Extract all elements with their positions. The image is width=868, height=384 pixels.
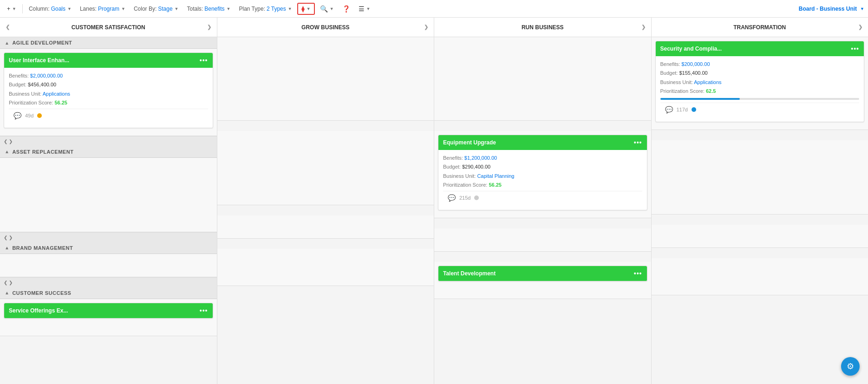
card-service-offerings-title: Service Offerings Ex...	[9, 307, 68, 314]
cs-cell-1: Service Offerings Ex... •••	[0, 299, 217, 336]
card-user-interface: User Interface Enhan... ••• Benefits: $2…	[4, 52, 213, 128]
card-equipment-body: Benefits: $1,200,000.00 Budget: $290,400…	[438, 150, 647, 210]
card-footer-equipment: 💬 215d	[443, 191, 642, 205]
menu-button[interactable]: ☰ ▼	[355, 3, 374, 14]
swimlane-asset-title: ASSET REPLACEMENT	[12, 149, 73, 155]
agile-cell-4: Security and Complia... ••• Benefits: $2…	[652, 37, 868, 130]
toolbar: + ▼ Column: Goals ▼ Lanes: Program ▼ Col…	[0, 0, 868, 18]
card-equipment-title: Equipment Upgrade	[443, 139, 496, 146]
column-header-run: ❮ RUN BUSINESS ❯	[434, 18, 651, 37]
card-dot-grey	[474, 195, 479, 200]
asset-handle-row-1: ❮ ❯	[0, 232, 217, 242]
comment-icon-equipment: 💬	[448, 194, 456, 202]
card-budget-row: Budget: $456,400.00	[9, 81, 208, 88]
column-grow-business: ❮ GROW BUSINESS ❯	[217, 18, 435, 384]
plantype-chevron-icon: ▼	[288, 7, 292, 11]
toggle-brand-icon: ▲	[5, 245, 9, 250]
card-score-row: Prioritization Score: 56.25	[9, 99, 208, 106]
fab-button[interactable]: ⚙	[841, 357, 860, 376]
swimlane-cs-header-1: ▲ CUSTOMER SUCCESS	[0, 287, 217, 299]
col-collapse-right-2[interactable]: ❯	[424, 24, 428, 30]
card-talent-title: Talent Development	[443, 270, 496, 277]
column-title-4: TRANSFORMATION	[661, 24, 859, 31]
board-chevron-icon: ▼	[860, 7, 864, 11]
search-icon: 🔍	[320, 5, 328, 13]
agile-cell-1: User Interface Enhan... ••• Benefits: $2…	[0, 49, 217, 136]
card-user-interface-title: User Interface Enhan...	[9, 57, 69, 64]
cs-cell-3: Talent Development •••	[434, 262, 651, 299]
filter-button[interactable]: ⧫ ▼	[297, 3, 315, 15]
asset-cell-3: Equipment Upgrade ••• Benefits: $1,200,0…	[434, 131, 651, 218]
totals-selector[interactable]: Totals: Benefits ▼	[184, 4, 234, 14]
card-footer-security: 💬 117d	[660, 103, 860, 117]
column-title-3: RUN BUSINESS	[444, 24, 641, 31]
card-footer-1: 💬 49d	[9, 109, 208, 123]
brand-cell-4	[652, 225, 868, 248]
cs-cell-4	[652, 258, 868, 295]
filter-icon: ⧫	[301, 5, 305, 13]
add-button[interactable]: + ▼	[4, 4, 20, 14]
brand-cell-2	[217, 215, 434, 239]
help-icon: ❓	[342, 5, 350, 13]
column-body-4: Security and Complia... ••• Benefits: $2…	[652, 37, 868, 384]
asset-cell-1	[0, 158, 217, 232]
progress-bar-fill	[660, 98, 740, 100]
brand-handle-left-1[interactable]: ❮ ❯	[0, 278, 16, 287]
card-user-interface-menu[interactable]: •••	[200, 57, 208, 64]
colorby-chevron-icon: ▼	[175, 7, 179, 11]
lanes-selector[interactable]: Lanes: Program ▼	[77, 4, 129, 14]
swimlane-brand-toggle-1[interactable]: ▲ BRAND MANAGEMENT	[0, 242, 217, 254]
swimlane-brand-title: BRAND MANAGEMENT	[12, 245, 73, 251]
hamburger-icon: ☰	[359, 5, 365, 13]
card-security-menu[interactable]: •••	[851, 45, 859, 52]
help-button[interactable]: ❓	[339, 3, 353, 14]
column-body-2	[217, 37, 434, 384]
swimlane-cs-toggle-1[interactable]: ▲ CUSTOMER SUCCESS	[0, 287, 217, 299]
toggle-asset-icon: ▲	[5, 149, 9, 154]
column-body-3: Equipment Upgrade ••• Benefits: $1,200,0…	[434, 37, 651, 384]
agile-handle-left-1[interactable]: ❮ ❯	[0, 137, 16, 146]
plan-type-selector[interactable]: Plan Type: 2 Types ▼	[235, 4, 295, 14]
card-user-interface-body: Benefits: $2,000,000.00 Budget: $456,400…	[4, 68, 213, 128]
card-status-dot-1	[37, 113, 42, 118]
col-collapse-right-1[interactable]: ❯	[207, 24, 211, 30]
search-button[interactable]: 🔍 ▼	[317, 3, 337, 14]
card-talent-menu[interactable]: •••	[634, 270, 642, 277]
swimlane-agile-title: AGILE DEVELOPMENT	[12, 40, 72, 46]
card-days-1: 49d	[25, 113, 33, 118]
column-transformation: ❮ TRANSFORMATION ❯ Security and Complia.…	[652, 18, 868, 384]
card-security-compliance: Security and Complia... ••• Benefits: $2…	[655, 41, 865, 122]
card-security-body: Benefits: $200,000.00 Budget: $155,400.0…	[656, 56, 864, 122]
card-equipment-menu[interactable]: •••	[634, 139, 642, 146]
card-talent-development: Talent Development •••	[438, 266, 647, 281]
card-equipment-upgrade: Equipment Upgrade ••• Benefits: $1,200,0…	[438, 135, 647, 210]
board-title[interactable]: Board - Business Unit	[799, 6, 857, 12]
filter-chevron-icon: ▼	[307, 7, 311, 11]
card-bu-row: Business Unit: Applications	[9, 91, 208, 98]
column-selector[interactable]: Column: Goals ▼	[26, 4, 75, 14]
toggle-agile-icon: ▲	[5, 40, 9, 46]
card-service-offerings-menu[interactable]: •••	[200, 307, 208, 314]
brand-cell-1	[0, 254, 217, 277]
search-chevron-icon: ▼	[330, 7, 334, 11]
col-collapse-right-3[interactable]: ❯	[641, 24, 646, 30]
col-collapse-right-4[interactable]: ❯	[858, 24, 862, 30]
asset-handle-left-1[interactable]: ❮ ❯	[0, 233, 16, 242]
cs-cell-2	[217, 249, 434, 286]
lanes-chevron-icon: ▼	[121, 7, 125, 11]
swimlane-brand-header-1: ▲ BRAND MANAGEMENT	[0, 242, 217, 254]
card-equipment-header: Equipment Upgrade •••	[438, 135, 647, 150]
column-body-1: ▲ AGILE DEVELOPMENT User Interface Enhan…	[0, 37, 217, 384]
comment-icon-security: 💬	[665, 106, 673, 113]
plus-icon: +	[7, 6, 10, 12]
column-run-business: ❮ RUN BUSINESS ❯ Equipment Upgrade ••• B…	[434, 18, 652, 384]
card-security-header: Security and Complia... •••	[656, 41, 864, 56]
swimlane-agile-toggle[interactable]: ▲ AGILE DEVELOPMENT	[0, 37, 217, 48]
color-by-selector[interactable]: Color By: Stage ▼	[131, 4, 182, 14]
card-security-title: Security and Complia...	[660, 46, 722, 52]
column-header-grow: ❮ GROW BUSINESS ❯	[217, 18, 434, 37]
col-collapse-left-1[interactable]: ❮	[6, 24, 10, 30]
swimlane-asset-toggle-1[interactable]: ▲ ASSET REPLACEMENT	[0, 146, 217, 157]
card-status-dot-blue	[692, 107, 696, 112]
asset-cell-4	[652, 140, 868, 215]
